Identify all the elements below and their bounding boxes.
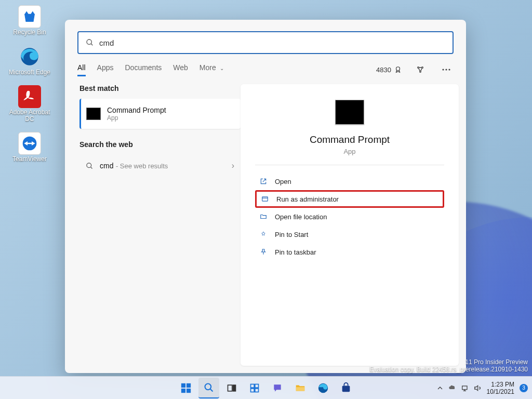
- taskbar-file-explorer[interactable]: [290, 378, 311, 398]
- taskbar-task-view[interactable]: [221, 378, 242, 398]
- action-label: Open file location: [275, 213, 327, 221]
- svg-rect-22: [233, 385, 236, 391]
- svg-rect-25: [251, 388, 255, 392]
- svg-rect-21: [228, 385, 232, 391]
- web-result-hint: - See web results: [116, 162, 168, 170]
- taskbar-edge[interactable]: [313, 378, 334, 398]
- windows-watermark: 11 Pro Insider Preview Evaluation copy. …: [369, 358, 528, 373]
- open-external-icon: [259, 177, 268, 185]
- tab-apps[interactable]: Apps: [97, 63, 114, 76]
- svg-rect-27: [296, 387, 305, 391]
- notification-badge[interactable]: 3: [520, 384, 528, 392]
- acrobat-icon: [18, 85, 41, 108]
- action-label: Open: [275, 178, 291, 185]
- volume-icon[interactable]: [473, 384, 482, 392]
- folder-icon: [259, 212, 268, 221]
- taskbar-clock[interactable]: 1:23 PM 10/1/2021: [487, 381, 514, 395]
- svg-rect-18: [187, 388, 191, 392]
- search-input[interactable]: [99, 38, 445, 47]
- svg-point-5: [418, 67, 419, 69]
- svg-point-6: [422, 67, 423, 69]
- search-tabs: All Apps Documents Web More ⌄ 4830: [77, 62, 454, 77]
- action-open-file-location[interactable]: Open file location: [255, 208, 444, 225]
- clock-date: 10/1/2021: [487, 388, 514, 395]
- pin-icon: [259, 230, 268, 238]
- system-tray[interactable]: [436, 384, 482, 392]
- action-label: Run as administrator: [276, 195, 339, 203]
- chevron-right-icon: ›: [232, 161, 234, 170]
- cmd-app-icon-large: [335, 100, 364, 125]
- shield-window-icon: [261, 195, 269, 203]
- desktop-icon-acrobat[interactable]: Adobe Acrobat DC: [6, 85, 53, 123]
- svg-point-9: [445, 69, 447, 70]
- action-open[interactable]: Open: [255, 172, 444, 190]
- svg-rect-15: [181, 383, 185, 387]
- search-icon: [86, 38, 94, 47]
- taskbar: 1:23 PM 10/1/2021 3: [0, 376, 532, 399]
- action-label: Pin to Start: [275, 231, 308, 238]
- svg-line-12: [90, 167, 92, 168]
- task-view-icon: [227, 383, 237, 393]
- svg-point-2: [87, 39, 91, 44]
- chat-icon: [272, 383, 283, 393]
- web-result-item[interactable]: cmd - See web results ›: [79, 155, 241, 177]
- tab-documents[interactable]: Documents: [125, 63, 162, 76]
- cmd-app-icon: [86, 108, 101, 120]
- svg-point-8: [442, 69, 444, 70]
- taskbar-right: 1:23 PM 10/1/2021 3: [436, 381, 528, 395]
- pin-icon: [259, 248, 268, 256]
- search-web-heading: Search the web: [79, 140, 241, 149]
- best-match-subtitle: App: [107, 114, 166, 122]
- chevron-up-icon[interactable]: [436, 384, 444, 392]
- taskbar-search-button[interactable]: [198, 378, 219, 398]
- ellipsis-icon: [442, 69, 450, 71]
- best-match-item[interactable]: Command Prompt App: [79, 99, 241, 129]
- network-icon[interactable]: [461, 384, 469, 392]
- search-results-left: Best match Command Prompt App Search the…: [65, 84, 241, 373]
- rewards-points[interactable]: 4830: [376, 66, 402, 74]
- desktop-icon-edge[interactable]: Microsoft Edge: [6, 45, 53, 76]
- taskbar-center: [176, 378, 356, 398]
- taskbar-store[interactable]: [336, 378, 356, 398]
- svg-line-3: [91, 44, 92, 45]
- clock-time: 1:23 PM: [487, 381, 514, 388]
- svg-rect-13: [262, 197, 268, 201]
- more-options-button[interactable]: [439, 62, 454, 77]
- svg-point-19: [205, 383, 211, 390]
- action-pin-to-start[interactable]: Pin to Start: [255, 225, 444, 243]
- watermark-line2: Evaluation copy. Build 22458.rs_prerelea…: [369, 366, 528, 373]
- tab-all[interactable]: All: [77, 63, 86, 76]
- action-pin-to-taskbar[interactable]: Pin to taskbar: [255, 243, 444, 261]
- search-icon: [204, 382, 214, 393]
- desktop-icon-label: Adobe Acrobat DC: [6, 109, 53, 123]
- search-box[interactable]: [77, 31, 454, 54]
- desktop-icon-teamviewer[interactable]: TeamViewer: [6, 132, 53, 163]
- best-match-title: Command Prompt: [107, 106, 166, 114]
- svg-rect-29: [342, 385, 350, 392]
- share-flow-button[interactable]: [413, 62, 428, 77]
- detail-title: Command Prompt: [310, 134, 390, 145]
- divider: [255, 165, 444, 165]
- svg-rect-24: [255, 384, 259, 388]
- chevron-down-icon: ⌄: [220, 65, 224, 71]
- tab-more[interactable]: More ⌄: [200, 63, 224, 76]
- action-run-as-admin[interactable]: Run as administrator: [255, 190, 444, 208]
- svg-rect-17: [181, 388, 185, 392]
- rewards-medal-icon: [394, 66, 402, 73]
- rewards-value: 4830: [376, 66, 391, 74]
- svg-point-4: [396, 67, 400, 71]
- onedrive-icon[interactable]: [448, 384, 457, 392]
- teamviewer-icon: [18, 132, 41, 155]
- taskbar-widgets[interactable]: [244, 378, 265, 398]
- svg-point-7: [420, 71, 421, 73]
- desktop-icon-label: Microsoft Edge: [9, 69, 50, 76]
- tab-web[interactable]: Web: [173, 63, 188, 76]
- desktop-icon-recycle-bin[interactable]: Recycle Bin: [6, 5, 53, 36]
- taskbar-chat[interactable]: [267, 378, 288, 398]
- search-detail-panel: Command Prompt App Open Run as administr…: [241, 84, 459, 366]
- desktop: Recycle Bin Microsoft Edge Adobe Acrobat…: [6, 5, 53, 163]
- svg-rect-30: [462, 386, 467, 390]
- start-search-window: All Apps Documents Web More ⌄ 4830 Best …: [65, 20, 466, 373]
- start-button[interactable]: [176, 378, 196, 398]
- svg-rect-23: [251, 384, 255, 388]
